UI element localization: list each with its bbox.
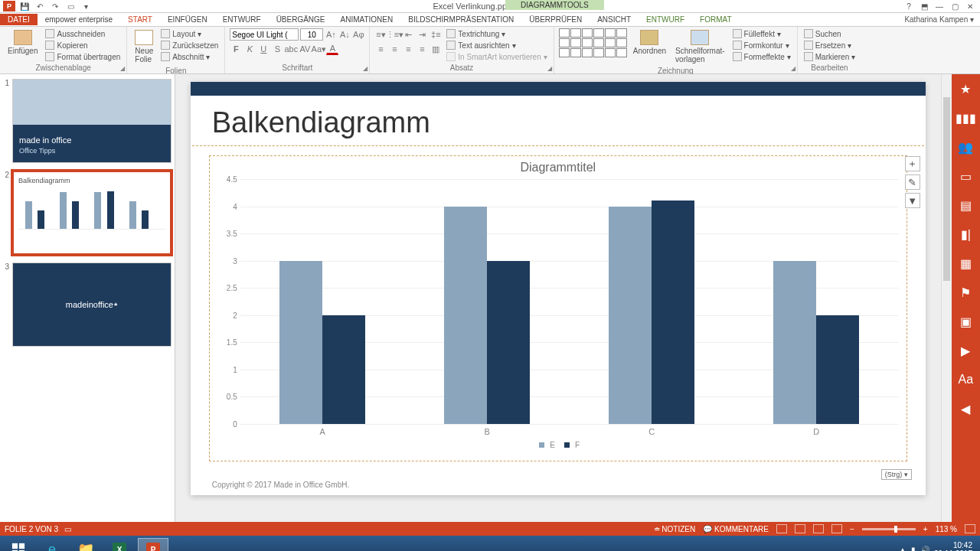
reset-button[interactable]: Zurücksetzen [159, 40, 220, 51]
shapes-gallery[interactable] [559, 28, 627, 57]
align-text-button[interactable]: Text ausrichten▾ [445, 40, 548, 51]
format-painter-button[interactable]: Format übertragen [44, 51, 122, 62]
chart-legend[interactable]: EF [217, 441, 899, 449]
increase-indent-icon[interactable]: ⇥ [416, 28, 428, 41]
shadow-icon[interactable]: abc [285, 43, 297, 55]
arrange-button[interactable]: Anordnen [630, 28, 669, 57]
library-icon[interactable]: ▮▮▮ [957, 109, 974, 126]
slide-thumbnail-panel[interactable]: 1 made in office Office Tipps 2 Balkendi… [0, 74, 175, 522]
line-spacing-icon[interactable]: ‡≡ [430, 28, 442, 41]
change-case-icon[interactable]: Aa▾ [312, 43, 325, 55]
dialog-launcher-icon[interactable]: ◢ [547, 65, 552, 72]
bold-icon[interactable]: F [230, 43, 242, 55]
shape-outline-button[interactable]: Formkontur▾ [731, 40, 792, 51]
tab-empower[interactable]: empower enterprise [38, 14, 120, 25]
shape-effects-button[interactable]: Formeffekte▾ [731, 51, 792, 62]
tray-sound-icon[interactable]: 🔊 [920, 546, 929, 552]
chart-title[interactable]: Diagrammtitel [217, 161, 899, 174]
slideshow-view-icon[interactable] [831, 524, 842, 533]
tab-file[interactable]: DATEI [0, 14, 38, 25]
chart-elements-button[interactable]: ＋ [905, 156, 920, 171]
sorter-view-icon[interactable] [795, 524, 805, 533]
slide-canvas-area[interactable]: Balkendiagramm Diagrammtitel 00.511.522.… [175, 74, 941, 522]
notes-button[interactable]: ≐ NOTIZEN [654, 525, 696, 533]
decrease-font-icon[interactable]: A↓ [338, 28, 351, 41]
tray-clock[interactable]: 10:42 20.11.2017 [934, 541, 972, 551]
align-center-icon[interactable]: ≡ [388, 43, 400, 55]
maximize-button[interactable]: ▢ [948, 1, 962, 11]
font-name-input[interactable] [230, 28, 299, 41]
play-icon[interactable]: ▶ [957, 342, 974, 359]
text-direction-button[interactable]: Textrichtung▾ [445, 28, 548, 39]
taskbar-powerpoint[interactable]: P [138, 538, 168, 551]
slide-title[interactable]: Balkendiagramm [192, 96, 924, 146]
tab-transitions[interactable]: ÜBERGÄNGE [269, 14, 333, 25]
font-color-icon[interactable]: A [326, 43, 338, 55]
chart-filters-button[interactable]: ▼ [905, 193, 920, 208]
zoom-in-button[interactable]: + [923, 525, 928, 533]
quick-styles-button[interactable]: Schnellformat- vorlagen [672, 28, 727, 65]
layout-icon[interactable]: ▤ [957, 197, 974, 214]
increase-font-icon[interactable]: A↑ [325, 28, 337, 41]
normal-view-icon[interactable] [776, 524, 787, 533]
vertical-scrollbar[interactable] [941, 74, 952, 522]
select-button[interactable]: Markieren▾ [802, 51, 857, 62]
current-slide[interactable]: Balkendiagramm Diagrammtitel 00.511.522.… [191, 82, 926, 495]
underline-icon[interactable]: U [257, 43, 270, 55]
help-icon[interactable]: ? [902, 1, 916, 11]
section-button[interactable]: Abschnitt▾ [159, 51, 220, 62]
fit-to-window-icon[interactable] [965, 524, 975, 533]
tab-insert[interactable]: EINFÜGEN [160, 14, 215, 25]
chart-object[interactable]: Diagrammtitel 00.511.522.533.544.5 ABCD … [209, 155, 907, 461]
start-from-beginning-icon[interactable]: ▭ [64, 1, 77, 11]
clear-formatting-icon[interactable]: Aφ [352, 28, 364, 41]
flag-icon[interactable]: ⚑ [957, 284, 974, 301]
text-style-icon[interactable]: Aa [957, 371, 974, 388]
shape-fill-button[interactable]: Fülleffekt▾ [731, 28, 792, 39]
slide-thumb-1[interactable]: 1 made in office Office Tipps [3, 79, 172, 163]
character-spacing-icon[interactable]: AV [299, 43, 311, 55]
align-right-icon[interactable]: ≡ [402, 43, 414, 55]
tab-ctx-design[interactable]: ENTWURF [639, 14, 692, 25]
image-icon[interactable]: ▣ [957, 313, 974, 330]
people-icon[interactable]: 👥 [957, 139, 974, 155]
layout-button[interactable]: Layout▾ [159, 28, 220, 39]
italic-icon[interactable]: K [243, 43, 256, 55]
font-size-input[interactable] [300, 28, 323, 41]
dialog-launcher-icon[interactable]: ◢ [791, 65, 795, 72]
taskbar-ie[interactable]: e [37, 538, 67, 551]
dialog-launcher-icon[interactable]: ◢ [120, 65, 125, 72]
chart-plot-area[interactable]: 00.511.522.533.544.5 [240, 179, 899, 424]
zoom-out-button[interactable]: − [850, 525, 854, 533]
new-slide-button[interactable]: Neue Folie [132, 28, 156, 65]
find-button[interactable]: Suchen [802, 28, 857, 39]
redo-icon[interactable]: ↷ [49, 1, 61, 11]
columns-icon[interactable]: ▥ [430, 43, 442, 55]
cut-button[interactable]: Ausschneiden [44, 28, 122, 39]
paste-options-tag[interactable]: (Strg) ▾ [881, 469, 912, 480]
dialog-launcher-icon[interactable]: ◢ [363, 65, 368, 72]
align-left-icon[interactable]: ≡ [374, 43, 387, 55]
taskbar-excel[interactable]: X [104, 538, 135, 551]
chart-styles-button[interactable]: ✎ [905, 174, 920, 190]
convert-smartart-button[interactable]: In SmartArt konvertieren▾ [445, 51, 548, 62]
tab-start[interactable]: START [120, 14, 160, 25]
reading-view-icon[interactable] [813, 524, 824, 533]
replace-button[interactable]: Ersetzen▾ [802, 40, 857, 51]
tab-view[interactable]: ANSICHT [590, 14, 639, 25]
qat-dropdown-icon[interactable]: ▾ [80, 1, 92, 11]
slide-thumb-3[interactable]: 3 madeinoffice★ [3, 262, 172, 347]
ribbon-display-icon[interactable]: ⬒ [917, 1, 931, 11]
undo-icon[interactable]: ↶ [34, 1, 46, 11]
table-icon[interactable]: ▦ [957, 255, 974, 272]
paste-button[interactable]: Einfügen [5, 28, 41, 57]
tray-network-icon[interactable]: ▮ [911, 546, 916, 552]
slide-icon[interactable]: ▭ [957, 168, 974, 184]
taskbar-explorer[interactable]: 📁 [70, 538, 101, 551]
tab-animations[interactable]: ANIMATIONEN [333, 14, 401, 25]
tab-ctx-format[interactable]: FORMAT [692, 14, 739, 25]
signed-in-user[interactable]: Katharina Kampen ▾ [904, 15, 980, 24]
zoom-slider[interactable] [862, 528, 916, 530]
strikethrough-icon[interactable]: S [271, 43, 283, 55]
comments-button[interactable]: 💬 KOMMENTARE [703, 525, 769, 533]
